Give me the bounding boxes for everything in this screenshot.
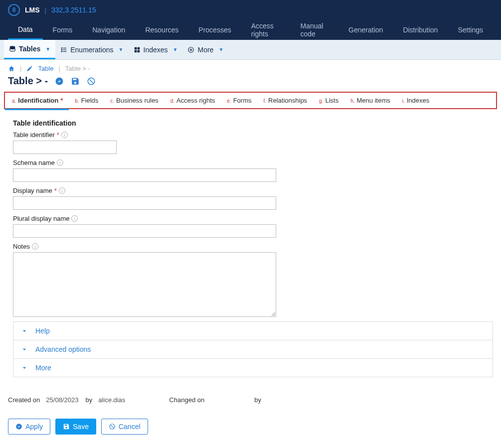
breadcrumb-separator: | bbox=[58, 65, 60, 72]
breadcrumb-table-link[interactable]: Table bbox=[38, 65, 53, 72]
table-identifier-input[interactable] bbox=[13, 141, 117, 154]
subnav-more[interactable]: More ▼ bbox=[182, 40, 228, 59]
created-on-value: 25/08/2023 bbox=[46, 396, 78, 404]
tab-letter: a. bbox=[12, 98, 16, 104]
cancel-circle-icon bbox=[109, 423, 116, 430]
svg-rect-7 bbox=[134, 47, 137, 49]
info-icon[interactable]: i bbox=[32, 243, 38, 250]
collapsible-help[interactable]: Help bbox=[13, 321, 493, 340]
collapsible-label: Advanced options bbox=[35, 345, 91, 353]
svg-rect-10 bbox=[137, 50, 140, 52]
tab-label: Access rights bbox=[176, 97, 215, 104]
collapsible-more[interactable]: More bbox=[13, 358, 493, 377]
tab-label: Menu items bbox=[357, 97, 390, 104]
tab-letter: f. bbox=[264, 98, 267, 104]
tab-fields[interactable]: b. Fields bbox=[69, 93, 104, 108]
svg-rect-9 bbox=[134, 50, 137, 52]
nav-access-rights[interactable]: Access rights bbox=[241, 20, 291, 40]
breadcrumb-current: Table > - bbox=[65, 65, 90, 72]
tab-label: Business rules bbox=[116, 97, 159, 104]
save-button[interactable]: Save bbox=[55, 419, 96, 435]
check-circle-icon bbox=[15, 423, 22, 430]
database-icon bbox=[9, 45, 16, 52]
section-tabs-highlight: a. Identification * b. Fields c. Busines… bbox=[4, 92, 497, 109]
tab-letter: d. bbox=[170, 98, 174, 104]
nav-manual-code[interactable]: Manual code bbox=[290, 20, 338, 40]
tab-menu-items[interactable]: h. Menu items bbox=[344, 93, 396, 108]
tab-letter: g. bbox=[319, 98, 323, 104]
subnav-tables[interactable]: Tables ▼ bbox=[4, 40, 55, 59]
created-by-value: alice.dias bbox=[98, 396, 125, 404]
tab-label: Fields bbox=[81, 97, 99, 104]
cancel-button[interactable]: Cancel bbox=[101, 419, 148, 435]
tab-identification[interactable]: a. Identification * bbox=[6, 93, 69, 108]
tab-indexes[interactable]: i. Indexes bbox=[396, 93, 436, 108]
tab-relationships[interactable]: f. Relationships bbox=[258, 93, 314, 108]
changed-on-label: Changed on bbox=[169, 396, 204, 404]
created-by: by alice.dias bbox=[85, 396, 125, 404]
logo-icon: 8 bbox=[8, 4, 20, 16]
field-plural-display-name: Plural display name i bbox=[13, 215, 493, 238]
subnav-tables-label: Tables bbox=[19, 45, 40, 53]
nav-data[interactable]: Data bbox=[8, 20, 43, 40]
nav-distribution[interactable]: Distribution bbox=[393, 20, 448, 40]
info-icon[interactable]: i bbox=[59, 187, 65, 194]
table-identifier-label: Table identifier* i bbox=[13, 131, 68, 139]
tab-forms[interactable]: e. Forms bbox=[221, 93, 257, 108]
required-asterisk: * bbox=[57, 131, 59, 139]
subnav-enumerations-label: Enumerations bbox=[70, 46, 113, 54]
nav-forms[interactable]: Forms bbox=[43, 20, 83, 40]
collapsible-advanced-options[interactable]: Advanced options bbox=[13, 340, 493, 359]
save-icon[interactable] bbox=[71, 77, 80, 86]
tab-letter: b. bbox=[75, 98, 79, 104]
nav-generation[interactable]: Generation bbox=[338, 20, 393, 40]
index-icon bbox=[134, 46, 141, 53]
field-display-name: Display name* i bbox=[13, 187, 493, 210]
section-tabs: a. Identification * b. Fields c. Busines… bbox=[5, 93, 496, 108]
breadcrumb-separator: | bbox=[20, 65, 21, 72]
notes-textarea[interactable] bbox=[13, 252, 276, 317]
tab-label: Relationships bbox=[268, 97, 307, 104]
subnav-indexes-label: Indexes bbox=[144, 46, 168, 54]
home-icon[interactable] bbox=[8, 65, 15, 72]
svg-rect-6 bbox=[63, 51, 66, 51]
changed-by: by bbox=[254, 396, 267, 404]
display-name-input[interactable] bbox=[13, 196, 276, 210]
nav-navigation[interactable]: Navigation bbox=[82, 20, 135, 40]
label-text: Table identifier bbox=[13, 131, 55, 139]
plural-display-name-input[interactable] bbox=[13, 224, 276, 238]
chevron-down-icon bbox=[20, 364, 28, 372]
save-icon bbox=[63, 423, 70, 430]
info-icon[interactable]: i bbox=[71, 215, 78, 222]
chevron-down-icon bbox=[20, 327, 28, 335]
nav-processes[interactable]: Processes bbox=[188, 20, 241, 40]
subnav-indexes[interactable]: Indexes ▼ bbox=[129, 40, 183, 59]
created-on-label: Created on bbox=[8, 396, 40, 404]
info-icon[interactable]: i bbox=[61, 132, 68, 138]
tab-lists[interactable]: g. Lists bbox=[313, 93, 344, 108]
collapsible-group: Help Advanced options More bbox=[13, 321, 493, 377]
tab-access-rights[interactable]: d. Access rights bbox=[165, 93, 221, 108]
created-by-label: by bbox=[85, 396, 92, 404]
check-circle-icon[interactable] bbox=[55, 77, 64, 86]
field-table-identifier: Table identifier* i bbox=[13, 131, 493, 154]
top-header: 8 LMS | 332,3.2511.15 bbox=[0, 0, 501, 20]
nav-settings[interactable]: Settings bbox=[448, 20, 493, 40]
tab-business-rules[interactable]: c. Business rules bbox=[104, 93, 164, 108]
tab-label: Forms bbox=[233, 97, 252, 104]
svg-rect-5 bbox=[61, 51, 62, 52]
apply-button[interactable]: Apply bbox=[8, 419, 50, 435]
info-icon[interactable]: i bbox=[57, 159, 63, 166]
schema-name-input[interactable] bbox=[13, 168, 276, 182]
chevron-down-icon: ▼ bbox=[218, 47, 223, 52]
cancel-circle-icon[interactable] bbox=[87, 77, 96, 86]
plus-circle-icon bbox=[187, 46, 194, 53]
chevron-down-icon: ▼ bbox=[119, 47, 124, 52]
required-asterisk: * bbox=[54, 187, 57, 194]
nav-resources[interactable]: Resources bbox=[135, 20, 188, 40]
subnav-enumerations[interactable]: Enumerations ▼ bbox=[55, 40, 128, 59]
pencil-icon[interactable] bbox=[26, 65, 33, 72]
svg-rect-1 bbox=[61, 47, 62, 48]
list-icon bbox=[60, 46, 67, 53]
app-version[interactable]: 332,3.2511.15 bbox=[51, 6, 96, 14]
